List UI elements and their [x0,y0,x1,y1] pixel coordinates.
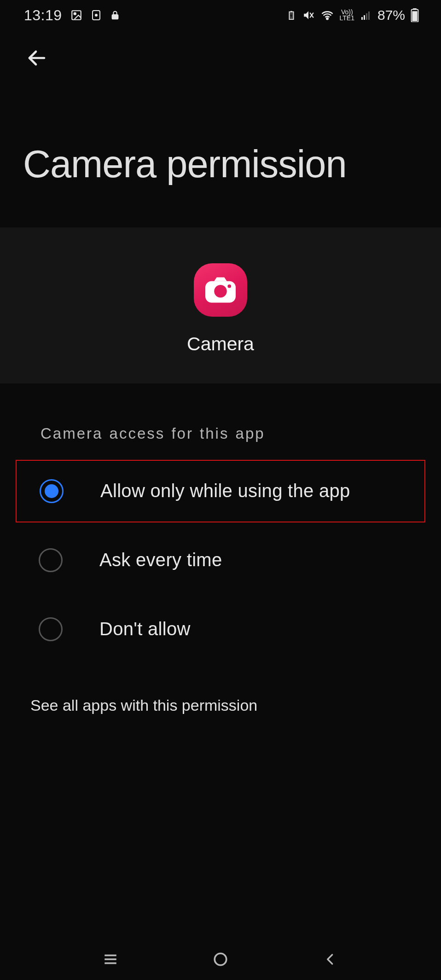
lte-label: LTE1 [340,15,354,21]
option-label: Don't allow [99,619,191,639]
svg-point-22 [215,953,226,965]
arrow-left-icon [26,47,48,69]
status-bar: 13:19 Vo)) LTE1 [0,0,441,30]
page-title: Camera permission [23,143,418,186]
back-icon [324,951,337,967]
battery-percent: 87% [377,7,405,23]
svg-point-18 [227,284,231,288]
svg-rect-14 [412,11,417,21]
svg-point-17 [214,285,227,298]
app-card: Camera [0,227,441,383]
svg-rect-9 [364,15,365,20]
nav-back[interactable] [317,945,344,973]
media-icon [91,10,102,21]
recents-icon [103,951,118,967]
status-left: 13:19 [24,7,120,24]
nav-bar [0,939,441,980]
lock-icon [110,9,120,21]
app-name: Camera [187,333,254,355]
option-label: Ask every time [99,550,222,570]
svg-point-3 [95,14,98,17]
svg-rect-8 [361,17,363,20]
battery-saver-icon [286,9,296,21]
option-ask-every-time[interactable]: Ask every time [16,529,425,591]
permission-options: Allow only while using the app Ask every… [0,460,441,661]
status-right: Vo)) LTE1 87% [286,7,419,23]
radio-icon [40,479,64,503]
section-label: Camera access for this app [0,383,441,460]
home-icon [213,951,228,967]
option-label: Allow only while using the app [100,481,350,501]
signal-icon [360,10,372,21]
svg-rect-0 [72,11,81,20]
camera-icon [205,277,236,303]
see-all-apps-link[interactable]: See all apps with this permission [0,661,441,714]
svg-rect-13 [413,8,417,10]
image-icon [70,9,82,21]
app-icon [194,263,247,317]
wifi-icon [320,9,334,21]
header: Camera permission [0,30,441,227]
volte-icon: Vo)) LTE1 [340,9,354,21]
radio-icon [39,548,63,572]
mute-icon [302,9,315,21]
option-allow-while-using[interactable]: Allow only while using the app [16,460,425,522]
battery-icon [411,8,419,22]
option-dont-allow[interactable]: Don't allow [16,598,425,661]
svg-rect-4 [112,15,118,19]
nav-recents[interactable] [97,945,124,973]
svg-point-1 [74,13,75,15]
status-time: 13:19 [24,7,62,24]
nav-home[interactable] [207,945,234,973]
svg-rect-11 [368,12,370,20]
svg-rect-10 [366,13,367,20]
radio-icon [39,617,63,641]
svg-point-7 [326,18,328,19]
back-button[interactable] [23,44,51,72]
